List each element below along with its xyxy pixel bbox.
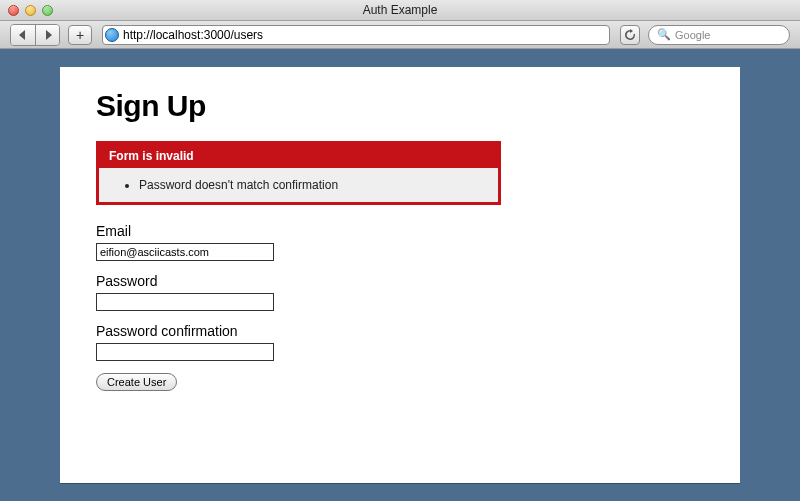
- traffic-lights: [8, 5, 53, 16]
- reload-button[interactable]: [620, 25, 640, 45]
- password-input[interactable]: [96, 293, 274, 311]
- back-button[interactable]: [11, 25, 35, 45]
- close-window-button[interactable]: [8, 5, 19, 16]
- search-input[interactable]: [675, 29, 781, 41]
- forward-button[interactable]: [35, 25, 59, 45]
- reload-icon: [624, 29, 636, 41]
- password-confirmation-label: Password confirmation: [96, 323, 704, 339]
- error-message: Password doesn't match confirmation: [139, 178, 486, 192]
- email-label: Email: [96, 223, 704, 239]
- error-body: Password doesn't match confirmation: [99, 168, 498, 202]
- page-heading: Sign Up: [96, 89, 704, 123]
- zoom-window-button[interactable]: [42, 5, 53, 16]
- password-confirmation-input[interactable]: [96, 343, 274, 361]
- password-label: Password: [96, 273, 704, 289]
- back-icon: [19, 30, 27, 40]
- password-confirmation-field-group: Password confirmation: [96, 323, 704, 361]
- window-title: Auth Example: [0, 3, 800, 17]
- plus-icon: +: [76, 27, 84, 43]
- viewport: Sign Up Form is invalid Password doesn't…: [0, 49, 800, 501]
- create-user-button[interactable]: Create User: [96, 373, 177, 391]
- url-field[interactable]: http://localhost:3000/users: [102, 25, 610, 45]
- submit-row: Create User: [96, 373, 704, 391]
- forward-icon: [44, 30, 52, 40]
- password-field-group: Password: [96, 273, 704, 311]
- browser-toolbar: + http://localhost:3000/users 🔍: [0, 21, 800, 49]
- nav-buttons-group: [10, 24, 60, 46]
- search-field[interactable]: 🔍: [648, 25, 790, 45]
- window-titlebar: Auth Example: [0, 0, 800, 21]
- error-title: Form is invalid: [99, 144, 498, 168]
- error-explanation: Form is invalid Password doesn't match c…: [96, 141, 501, 205]
- minimize-window-button[interactable]: [25, 5, 36, 16]
- error-list: Password doesn't match confirmation: [111, 178, 486, 192]
- site-globe-icon: [105, 28, 119, 42]
- page-content: Sign Up Form is invalid Password doesn't…: [60, 67, 740, 483]
- url-text: http://localhost:3000/users: [123, 28, 263, 42]
- email-input[interactable]: [96, 243, 274, 261]
- email-field-group: Email: [96, 223, 704, 261]
- search-icon: 🔍: [657, 28, 671, 41]
- add-bookmark-button[interactable]: +: [68, 25, 92, 45]
